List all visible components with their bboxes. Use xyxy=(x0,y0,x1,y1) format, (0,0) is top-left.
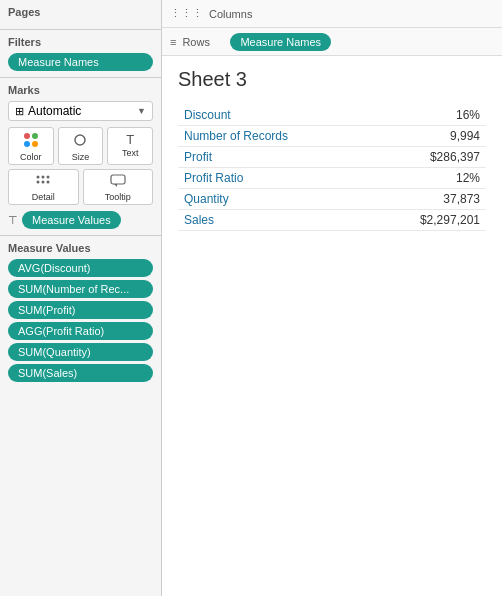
table-cell-value: 9,994 xyxy=(368,126,486,147)
rows-icon: ≡ xyxy=(170,36,176,48)
table-cell-value: 12% xyxy=(368,168,486,189)
filters-label: Filters xyxy=(8,36,153,48)
table-row: Discount16% xyxy=(178,105,486,126)
marks-tooltip-label: Tooltip xyxy=(105,192,131,202)
pages-section: Pages xyxy=(0,0,161,29)
marks-text-label: Text xyxy=(122,148,139,158)
detail-icon xyxy=(35,174,51,191)
marks-section: Marks ⊞ Automatic ▼ Color xyxy=(0,78,161,235)
filters-section: Filters Measure Names xyxy=(0,30,161,77)
table-row: Quantity37,873 xyxy=(178,189,486,210)
data-table: Discount16%Number of Records9,994Profit$… xyxy=(178,105,486,231)
rows-measure-names-pill[interactable]: Measure Names xyxy=(230,33,331,51)
rows-content: Measure Names xyxy=(230,33,494,51)
marks-detail-button[interactable]: Detail xyxy=(8,169,79,205)
svg-point-0 xyxy=(24,133,30,139)
dropdown-chevron-icon: ▼ xyxy=(137,106,146,116)
table-cell-value: 16% xyxy=(368,105,486,126)
marks-text-button[interactable]: T Text xyxy=(107,127,153,165)
svg-point-6 xyxy=(42,176,45,179)
marks-size-label: Size xyxy=(72,152,90,162)
table-cell-name: Quantity xyxy=(178,189,368,210)
marks-tooltip-button[interactable]: Tooltip xyxy=(83,169,154,205)
marks-controls-grid: Color Size T Text xyxy=(8,127,153,165)
marks-detail-label: Detail xyxy=(32,192,55,202)
measure-values-pills-list: AVG(Discount)SUM(Number of Rec...SUM(Pro… xyxy=(8,259,153,382)
svg-point-5 xyxy=(37,176,40,179)
columns-shelf: ⋮⋮⋮ Columns xyxy=(162,0,502,28)
tooltip-icon xyxy=(110,174,126,191)
table-row: Profit$286,397 xyxy=(178,147,486,168)
table-row: Sales$2,297,201 xyxy=(178,210,486,231)
size-icon xyxy=(72,132,88,151)
table-cell-value: 37,873 xyxy=(368,189,486,210)
rows-shelf: ≡ Rows Measure Names xyxy=(162,28,502,56)
svg-point-3 xyxy=(32,141,38,147)
marks-size-button[interactable]: Size xyxy=(58,127,104,165)
marks-measure-values-row: ⊤ Measure Values xyxy=(8,211,153,229)
sheet-title: Sheet 3 xyxy=(178,68,486,91)
table-cell-name: Discount xyxy=(178,105,368,126)
measure-value-pill[interactable]: SUM(Quantity) xyxy=(8,343,153,361)
table-cell-name: Number of Records xyxy=(178,126,368,147)
svg-point-8 xyxy=(37,181,40,184)
marks-type-label: Automatic xyxy=(28,104,81,118)
measure-values-section: Measure Values AVG(Discount)SUM(Number o… xyxy=(0,236,161,596)
left-panel: Pages Filters Measure Names Marks ⊞ Auto… xyxy=(0,0,162,596)
table-cell-value: $286,397 xyxy=(368,147,486,168)
marks-type-icon: ⊞ xyxy=(15,105,24,118)
text-icon: T xyxy=(126,132,134,147)
svg-point-7 xyxy=(47,176,50,179)
marks-color-button[interactable]: Color xyxy=(8,127,54,165)
marks-detail-tooltip-row: Detail Tooltip xyxy=(8,169,153,205)
color-icon xyxy=(23,132,39,151)
table-row: Number of Records9,994 xyxy=(178,126,486,147)
filters-measure-names-pill[interactable]: Measure Names xyxy=(8,53,153,71)
svg-point-10 xyxy=(47,181,50,184)
table-cell-name: Profit Ratio xyxy=(178,168,368,189)
table-cell-name: Sales xyxy=(178,210,368,231)
measure-value-pill[interactable]: AGG(Profit Ratio) xyxy=(8,322,153,340)
table-row: Profit Ratio12% xyxy=(178,168,486,189)
marks-measure-values-pill[interactable]: Measure Values xyxy=(22,211,121,229)
table-cell-value: $2,297,201 xyxy=(368,210,486,231)
marks-color-label: Color xyxy=(20,152,42,162)
measure-value-pill[interactable]: SUM(Sales) xyxy=(8,364,153,382)
svg-marker-12 xyxy=(114,184,117,187)
columns-icon: ⋮⋮⋮ xyxy=(170,7,203,20)
table-cell-name: Profit xyxy=(178,147,368,168)
sheet-area: Sheet 3 Discount16%Number of Records9,99… xyxy=(162,56,502,596)
columns-label: Columns xyxy=(209,8,257,20)
measure-values-label: Measure Values xyxy=(8,242,153,254)
measure-value-pill[interactable]: SUM(Profit) xyxy=(8,301,153,319)
right-panel: ⋮⋮⋮ Columns ≡ Rows Measure Names Sheet 3… xyxy=(162,0,502,596)
svg-point-2 xyxy=(24,141,30,147)
svg-point-1 xyxy=(32,133,38,139)
measure-value-pill[interactable]: AVG(Discount) xyxy=(8,259,153,277)
svg-rect-11 xyxy=(111,175,125,184)
svg-point-9 xyxy=(42,181,45,184)
measure-value-pill[interactable]: SUM(Number of Rec... xyxy=(8,280,153,298)
marks-type-dropdown[interactable]: ⊞ Automatic ▼ xyxy=(8,101,153,121)
svg-point-4 xyxy=(75,135,85,145)
marks-label: Marks xyxy=(8,84,153,96)
measure-values-marks-icon: ⊤ xyxy=(8,214,18,227)
rows-label: Rows xyxy=(182,36,230,48)
pages-label: Pages xyxy=(8,6,153,18)
